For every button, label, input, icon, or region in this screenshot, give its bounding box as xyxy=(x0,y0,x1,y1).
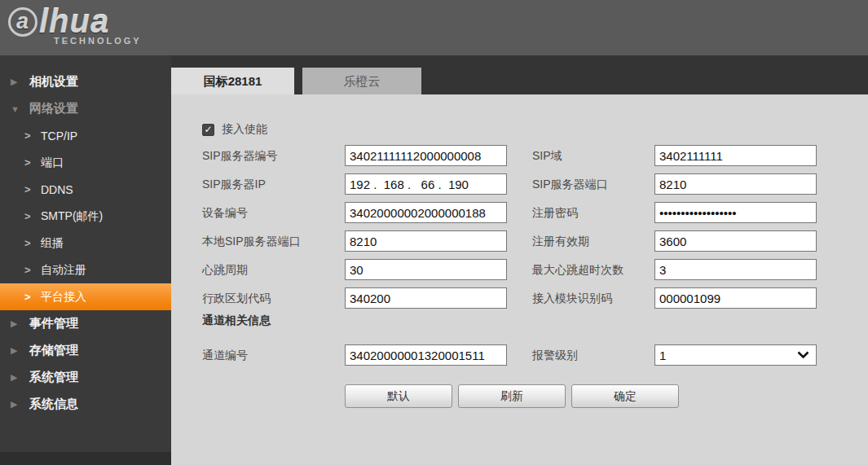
dahua-logo-subtitle: TECHNOLOGY xyxy=(54,36,142,46)
check-icon: ✓ xyxy=(204,125,212,134)
chevron-right-icon: > xyxy=(24,237,34,249)
platform-access-form: ✓ 接入使能 SIP服务器编号 SIP域 SIP服务器IP SIP服务器端口 设… xyxy=(171,94,868,465)
device-id-label: 设备编号 xyxy=(202,202,248,223)
sidebar-nav: ▶ 相机设置 ▼ 网络设置 > TCP/IP > 端口 > DDNS > SMT… xyxy=(0,55,171,465)
region-code-input[interactable] xyxy=(345,287,507,309)
sidebar-item-tcpip[interactable]: > TCP/IP xyxy=(0,122,171,149)
sidebar-item-event-management[interactable]: ▶ 事件管理 xyxy=(0,310,171,337)
region-code-label: 行政区划代码 xyxy=(202,287,271,309)
dahua-logo: a lhua TECHNOLOGY xyxy=(8,3,142,46)
platform-access-page: a lhua TECHNOLOGY ▶ 相机设置 ▼ 网络设置 > TCP/IP… xyxy=(0,0,868,465)
sip-server-id-input[interactable] xyxy=(345,145,507,166)
sidebar-item-auto-register[interactable]: > 自动注册 xyxy=(0,257,171,283)
enable-checkbox[interactable]: ✓ xyxy=(202,124,214,136)
sip-domain-input[interactable] xyxy=(654,145,817,166)
register-valid-period-input[interactable] xyxy=(654,230,817,252)
chevron-right-icon: > xyxy=(24,291,34,303)
sip-server-id-label: SIP服务器编号 xyxy=(202,145,278,166)
sip-server-ip-label: SIP服务器IP xyxy=(202,173,266,195)
chevron-right-icon: > xyxy=(24,156,34,169)
sidebar-item-system-info[interactable]: ▶ 系统信息 xyxy=(0,391,171,418)
triangle-right-icon: ▶ xyxy=(11,77,22,87)
heartbeat-period-label: 心跳周期 xyxy=(202,259,248,280)
channel-section-title: 通道相关信息 xyxy=(202,314,271,328)
chevron-right-icon: > xyxy=(24,129,34,142)
access-module-id-label: 接入模块识别码 xyxy=(532,287,612,309)
refresh-button[interactable]: 刷新 xyxy=(458,384,566,408)
header-bar: a lhua TECHNOLOGY xyxy=(0,0,868,55)
default-button[interactable]: 默认 xyxy=(345,384,452,408)
triangle-right-icon: ▶ xyxy=(11,399,22,410)
triangle-right-icon: ▶ xyxy=(11,318,22,329)
alarm-level-label: 报警级别 xyxy=(532,344,578,366)
sidebar-item-smtp[interactable]: > SMTP(邮件) xyxy=(0,203,171,230)
sip-server-port-label: SIP服务器端口 xyxy=(532,173,608,195)
device-id-input[interactable] xyxy=(345,202,507,223)
chevron-down-icon xyxy=(797,351,809,359)
max-heartbeat-timeouts-label: 最大心跳超时次数 xyxy=(532,259,623,280)
dahua-logo-text: lhua xyxy=(39,3,109,40)
register-valid-period-label: 注册有效期 xyxy=(532,230,589,252)
sidebar-item-multicast[interactable]: > 组播 xyxy=(0,230,171,257)
chevron-right-icon: > xyxy=(24,264,34,276)
local-sip-port-input[interactable] xyxy=(345,230,507,252)
sidebar-item-port[interactable]: > 端口 xyxy=(0,149,171,176)
enable-checkbox-label: 接入使能 xyxy=(222,122,267,137)
local-sip-port-label: 本地SIP服务器端口 xyxy=(202,230,301,252)
sidebar-item-storage-management[interactable]: ▶ 存储管理 xyxy=(0,337,171,364)
max-heartbeat-timeouts-input[interactable] xyxy=(654,259,817,280)
sidebar-item-camera-settings[interactable]: ▶ 相机设置 xyxy=(0,68,171,95)
sidebar-item-ddns[interactable]: > DDNS xyxy=(0,176,171,203)
access-module-id-input[interactable] xyxy=(654,287,817,309)
tab-bar: 国标28181 乐橙云 xyxy=(171,55,868,94)
channel-id-label: 通道编号 xyxy=(202,344,248,366)
alarm-level-select[interactable]: 1 xyxy=(654,344,817,366)
enable-row: ✓ 接入使能 xyxy=(202,123,267,136)
tab-gb28181[interactable]: 国标28181 xyxy=(171,68,294,94)
triangle-right-icon: ▶ xyxy=(11,372,22,383)
dahua-logo-a-circle: a xyxy=(8,7,37,37)
register-password-label: 注册密码 xyxy=(532,202,578,223)
triangle-down-icon: ▼ xyxy=(11,104,22,114)
form-actions: 默认 刷新 确定 xyxy=(345,384,679,408)
alarm-level-value: 1 xyxy=(655,349,797,362)
sip-server-ip-input[interactable] xyxy=(345,173,507,195)
heartbeat-period-input[interactable] xyxy=(345,259,507,280)
tab-lechengyun[interactable]: 乐橙云 xyxy=(302,68,421,94)
sidebar-item-network-settings[interactable]: ▼ 网络设置 xyxy=(0,95,171,122)
register-password-input[interactable] xyxy=(654,202,817,223)
triangle-right-icon: ▶ xyxy=(11,345,22,356)
chevron-right-icon: > xyxy=(24,210,34,222)
sidebar-item-platform-access[interactable]: > 平台接入 xyxy=(0,283,171,310)
sidebar-item-system-management[interactable]: ▶ 系统管理 xyxy=(0,364,171,391)
chevron-right-icon: > xyxy=(24,183,34,195)
confirm-button[interactable]: 确定 xyxy=(571,384,679,408)
dahua-logo-wordmark: a lhua xyxy=(8,3,142,40)
sip-server-port-input[interactable] xyxy=(654,173,817,195)
channel-id-input[interactable] xyxy=(345,344,507,366)
sip-domain-label: SIP域 xyxy=(532,145,562,166)
